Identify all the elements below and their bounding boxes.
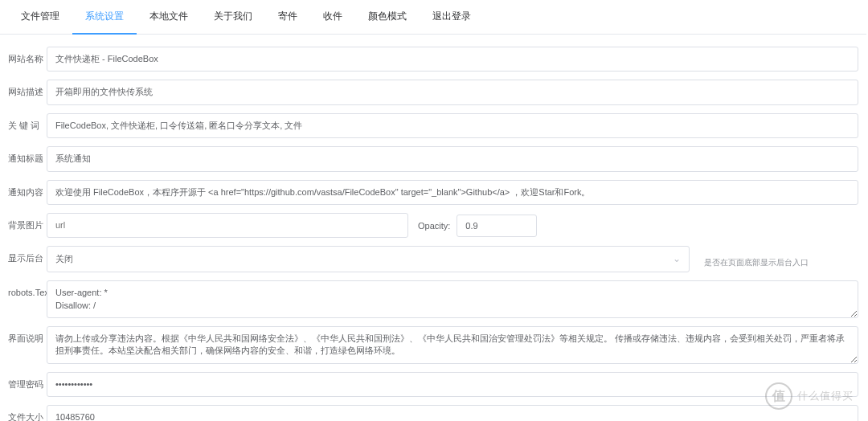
label-file-size: 文件大小 xyxy=(8,405,47,421)
label-notify-content: 通知内容 xyxy=(8,180,47,198)
select-show-admin-value: 关闭 xyxy=(55,253,73,265)
tab-receive[interactable]: 收件 xyxy=(310,0,355,35)
tab-send[interactable]: 寄件 xyxy=(265,0,310,35)
label-page-note: 界面说明 xyxy=(8,326,47,344)
input-keywords[interactable] xyxy=(47,113,858,138)
settings-form: 网站名称 网站描述 关 键 词 通知标题 通知内容 xyxy=(0,35,866,421)
label-bg-image: 背景图片 xyxy=(8,213,47,231)
textarea-robots[interactable] xyxy=(47,280,858,318)
tab-system-settings[interactable]: 系统设置 xyxy=(72,0,137,35)
textarea-page-note[interactable] xyxy=(47,326,858,364)
tab-about[interactable]: 关于我们 xyxy=(201,0,265,35)
label-keywords: 关 键 词 xyxy=(8,113,47,131)
input-site-name[interactable] xyxy=(47,47,858,72)
label-robots: robots.Text xyxy=(8,280,47,298)
tab-file-manage[interactable]: 文件管理 xyxy=(8,0,72,35)
input-site-desc[interactable] xyxy=(47,80,858,104)
input-bg-image[interactable] xyxy=(47,213,408,238)
label-admin-pwd: 管理密码 xyxy=(8,372,47,390)
input-opacity[interactable] xyxy=(457,215,537,237)
label-site-desc: 网站描述 xyxy=(8,80,47,97)
tab-local-file[interactable]: 本地文件 xyxy=(137,0,201,35)
input-notify-content[interactable] xyxy=(47,180,858,205)
input-file-size[interactable] xyxy=(47,405,858,421)
label-opacity: Opacity: xyxy=(418,221,450,231)
input-admin-pwd[interactable] xyxy=(47,372,858,397)
label-site-name: 网站名称 xyxy=(8,47,47,64)
help-show-admin: 是否在页面底部显示后台入口 xyxy=(704,251,809,268)
tab-logout[interactable]: 退出登录 xyxy=(420,0,484,35)
label-notify-title: 通知标题 xyxy=(8,146,47,164)
select-show-admin[interactable]: 关闭 ⌄ xyxy=(47,246,690,272)
label-show-admin: 显示后台 xyxy=(8,246,47,264)
input-notify-title[interactable] xyxy=(47,146,858,171)
tab-color-mode[interactable]: 颜色模式 xyxy=(355,0,420,35)
tabs-nav: 文件管理 系统设置 本地文件 关于我们 寄件 收件 颜色模式 退出登录 xyxy=(0,0,866,35)
chevron-down-icon: ⌄ xyxy=(673,252,681,266)
